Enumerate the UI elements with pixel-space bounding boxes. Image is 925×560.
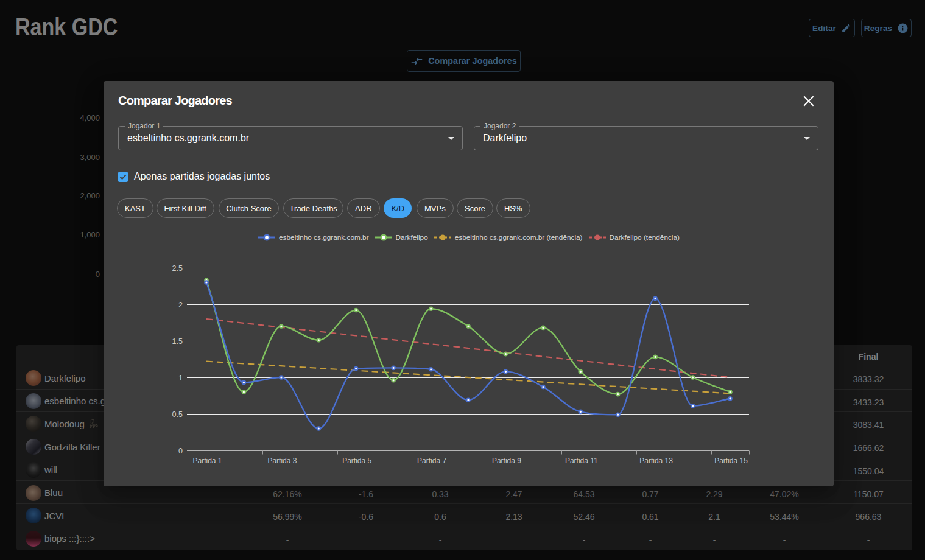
svg-text:Partida 7: Partida 7 bbox=[417, 457, 446, 465]
svg-text:0: 0 bbox=[178, 447, 183, 455]
svg-text:Partida 1: Partida 1 bbox=[192, 457, 222, 465]
svg-text:2: 2 bbox=[178, 301, 183, 309]
svg-text:Partida 11: Partida 11 bbox=[565, 457, 598, 465]
svg-text:Partida 15: Partida 15 bbox=[714, 457, 748, 465]
svg-text:2.5: 2.5 bbox=[172, 264, 183, 273]
svg-text:Partida 3: Partida 3 bbox=[267, 457, 297, 465]
svg-text:Partida 9: Partida 9 bbox=[492, 457, 521, 465]
svg-text:1: 1 bbox=[178, 374, 183, 382]
svg-text:Partida 13: Partida 13 bbox=[639, 457, 673, 465]
svg-text:Partida 5: Partida 5 bbox=[342, 457, 371, 465]
svg-text:1.5: 1.5 bbox=[172, 337, 183, 346]
svg-text:0.5: 0.5 bbox=[172, 410, 183, 419]
